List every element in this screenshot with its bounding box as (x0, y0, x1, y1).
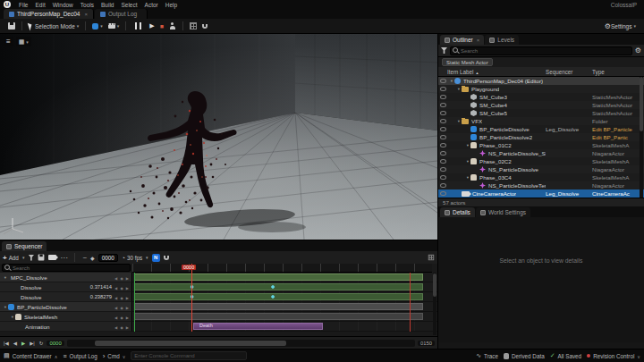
close-tab-icon[interactable]: × (477, 38, 480, 43)
track-lane[interactable] (132, 292, 437, 302)
outliner-row[interactable]: ▾ ThirdPersonMap_Dec04 (Editor) (438, 77, 644, 85)
trace-button[interactable]: Trace (476, 352, 498, 359)
current-frame-field[interactable]: 0000 (98, 254, 118, 262)
outliner-settings-icon[interactable] (635, 46, 641, 55)
keyframe-nav-icons[interactable] (114, 304, 130, 310)
visibility-eye-icon[interactable] (438, 151, 447, 156)
menu-item[interactable]: Tools (77, 2, 97, 8)
snap-icon[interactable] (164, 256, 169, 260)
track-header[interactable]: Dissolve 0.238279 (0, 292, 132, 302)
visibility-eye-icon[interactable] (438, 167, 447, 173)
expand-arrow-icon[interactable]: ▾ (3, 275, 8, 280)
actor-type[interactable]: SkeletalMeshA (592, 142, 644, 148)
actor-type[interactable]: Folder (592, 118, 644, 124)
derived-data-button[interactable]: Derived Data (504, 353, 545, 359)
actor-type[interactable]: NiagaraActor (592, 150, 644, 156)
visibility-eye-icon[interactable] (438, 95, 447, 100)
transport-frame-field[interactable]: 0000 (47, 341, 64, 346)
visibility-eye-icon[interactable] (438, 87, 447, 92)
track-search[interactable] (2, 264, 131, 272)
revision-control-button[interactable]: Revision Control (587, 353, 640, 359)
sequencer-scrollbar[interactable] (433, 273, 436, 335)
column-sequencer[interactable]: Sequencer (546, 69, 592, 75)
close-tab-icon[interactable]: × (84, 12, 88, 17)
actor-type[interactable]: StaticMeshActor (592, 94, 644, 100)
outliner-search-input[interactable] (461, 48, 630, 54)
outliner-row[interactable]: NS_ParticleDissolve NiagaraActor (438, 165, 644, 173)
camera-icon[interactable] (48, 255, 56, 260)
track-search-input[interactable] (13, 265, 128, 271)
timeline-scrollbar[interactable] (67, 340, 415, 347)
visibility-eye-icon[interactable] (438, 183, 447, 189)
console-command-input[interactable] (134, 353, 243, 358)
tab-outliner[interactable]: Outliner × (440, 35, 484, 45)
view-mode-button[interactable]: ▾ (16, 37, 31, 46)
loop-button[interactable] (38, 341, 45, 346)
track-header[interactable]: ▾ BP_ParticleDissolve (0, 302, 132, 312)
curve-editor-icon[interactable] (82, 254, 87, 262)
visibility-eye-icon[interactable] (438, 159, 447, 164)
actor-type[interactable]: StaticMeshActor (592, 110, 644, 116)
playback-range-end-marker[interactable] (410, 273, 411, 332)
track-header[interactable]: Animation (0, 322, 132, 332)
tab-details[interactable]: Details (440, 207, 475, 217)
menu-item[interactable]: Select (117, 2, 140, 8)
menu-item[interactable]: Help (162, 2, 181, 8)
n-badge-icon[interactable]: N (152, 254, 160, 262)
snap-button[interactable] (199, 23, 210, 29)
tab-sequencer[interactable]: Sequencer (2, 241, 47, 251)
visibility-eye-icon[interactable] (438, 191, 447, 197)
outliner-search[interactable] (450, 46, 632, 55)
level-viewport[interactable]: ▾ (0, 34, 437, 240)
keyframe-nav-icons[interactable] (114, 284, 130, 290)
menu-item[interactable]: Edit (31, 2, 48, 8)
play-button[interactable] (147, 21, 157, 30)
outliner-row[interactable]: ▾ Phase_03C4 SkeletalMeshA (438, 173, 644, 181)
tab-levels[interactable]: Levels (485, 35, 519, 45)
outliner-row[interactable]: BP_ParticleDissolve2 Edit BP_Partic (438, 133, 644, 141)
visibility-eye-icon[interactable] (438, 79, 447, 84)
outliner-row[interactable]: NS_ParticleDissolveTest_S NiagaraActor (438, 181, 644, 189)
outliner-row[interactable]: NS_ParticleDissolve_SL NiagaraActor (438, 149, 644, 157)
playhead[interactable] (191, 264, 192, 332)
unreal-logo-icon[interactable]: U (4, 1, 11, 8)
cmd-dropdown[interactable]: Cmd (103, 352, 126, 360)
content-drawer-button[interactable]: Content Drawer (4, 352, 57, 359)
keyframe-nav-icons[interactable] (114, 294, 130, 300)
filter-icon[interactable] (441, 47, 447, 54)
outliner-row[interactable]: CineCameraActor Leg_Dissolve CineCameraA… (438, 189, 644, 198)
menu-item[interactable]: Actor (141, 2, 162, 8)
play-forward-button[interactable] (21, 341, 26, 346)
visibility-eye-icon[interactable] (438, 111, 447, 116)
outliner-row[interactable]: ▾ Phase_01C2 SkeletalMeshA (438, 141, 644, 149)
more-options-icon[interactable] (60, 254, 67, 262)
viewport-menu-button[interactable] (4, 37, 13, 46)
actor-type[interactable]: SkeletalMeshA (592, 174, 644, 181)
sequencer-track-row[interactable]: ▾ SkeletalMesh (0, 312, 437, 322)
menu-item[interactable]: Build (97, 2, 117, 8)
timeline-ruler[interactable] (132, 264, 432, 273)
actor-type[interactable]: Edit BP_Particle (592, 126, 644, 132)
fps-dropdown[interactable]: 30 fps▾ (122, 255, 148, 261)
visibility-eye-icon[interactable] (438, 143, 447, 148)
outliner-row[interactable]: SM_Cube4 StaticMeshActor (438, 101, 644, 109)
track-lane[interactable]: Death (132, 322, 437, 332)
actor-type[interactable]: NiagaraActor (592, 166, 644, 173)
range-end-field[interactable]: 0150 (418, 341, 435, 346)
animation-clip-label[interactable]: Death (199, 323, 213, 328)
sequencer-track-row[interactable]: ▾ MPC_Dissolve (0, 273, 437, 282)
outliner-row[interactable]: SM_Cube3 StaticMeshActor (438, 93, 644, 101)
menu-item[interactable]: Window (49, 2, 77, 8)
track-lane[interactable] (132, 302, 437, 312)
sequencer-filter-icon[interactable] (28, 255, 34, 261)
track-header[interactable]: Dissolve 0.371414 (0, 282, 132, 292)
outliner-row[interactable]: ▾ Playground (438, 85, 644, 93)
track-value[interactable]: 0.238279 (90, 294, 112, 299)
go-to-start-button[interactable] (3, 341, 10, 346)
sequencer-track-row[interactable]: Dissolve 0.371414 (0, 282, 437, 292)
actor-type[interactable]: CineCameraAc (592, 190, 644, 197)
eject-possess-button[interactable] (166, 21, 179, 30)
output-log-button[interactable]: Output Log (63, 353, 97, 359)
menu-item[interactable]: File (15, 2, 31, 8)
sequencer-track-row[interactable]: ▾ BP_ParticleDissolve (0, 302, 437, 312)
